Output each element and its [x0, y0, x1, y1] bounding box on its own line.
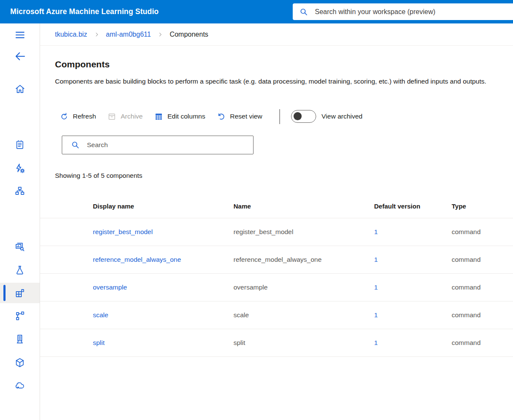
column-header-type[interactable]: Type: [452, 203, 513, 210]
table-row: split split 1 command: [40, 329, 513, 357]
table-header-row: Display name Name Default version Type: [40, 194, 513, 218]
app-window: Microsoft Azure Machine Learning Studio: [0, 0, 513, 420]
reset-view-button[interactable]: Reset view: [217, 112, 262, 121]
sidebar-item-environments[interactable]: [0, 329, 40, 349]
sidebar-item-back[interactable]: [0, 46, 40, 67]
top-bar: Microsoft Azure Machine Learning Studio: [0, 0, 513, 23]
chevron-right-icon: [94, 32, 100, 38]
component-version-link[interactable]: 1: [374, 284, 378, 291]
view-archived-label: View archived: [322, 113, 363, 120]
sidebar-item-endpoints[interactable]: [0, 375, 40, 395]
toolbar-divider: [280, 109, 280, 124]
workspace-search-input[interactable]: [314, 8, 484, 16]
search-icon: [299, 7, 308, 17]
main-content: tkubica.biz aml-am0bg611 Components Comp…: [40, 23, 513, 420]
column-header-name[interactable]: Name: [233, 203, 374, 210]
models-cube-icon: [14, 357, 25, 368]
toggle-knob: [294, 112, 302, 120]
results-summary: Showing 1-5 of 5 components: [55, 172, 142, 180]
table-row: register_best_model register_best_model …: [40, 218, 513, 246]
page-title: Components: [55, 59, 110, 70]
edit-columns-icon: [154, 112, 163, 121]
hamburger-menu-icon: [14, 29, 26, 41]
components-search-input[interactable]: [86, 141, 239, 149]
search-icon: [71, 140, 80, 150]
pipelines-icon: [14, 311, 25, 322]
breadcrumb: tkubica.biz aml-am0bg611 Components: [40, 23, 513, 46]
sidebar-item-designer[interactable]: [0, 181, 40, 201]
component-type: command: [452, 256, 513, 264]
chevron-right-icon: [157, 32, 163, 38]
components-table: Display name Name Default version Type r…: [40, 194, 513, 357]
workspace-search[interactable]: [293, 3, 513, 20]
component-type: command: [452, 284, 513, 291]
sidebar-item-notebooks[interactable]: [0, 134, 40, 155]
component-type: command: [452, 228, 513, 236]
component-type: command: [452, 339, 513, 347]
table-row: scale scale 1 command: [40, 301, 513, 329]
left-nav: [0, 23, 40, 420]
reset-view-undo-icon: [217, 112, 226, 121]
environments-icon: [14, 334, 25, 345]
sidebar-item-data[interactable]: [0, 236, 40, 257]
component-name: reference_model_always_one: [233, 256, 374, 264]
sidebar-item-automated-ml[interactable]: [0, 158, 40, 178]
jobs-flask-icon: [14, 265, 25, 275]
column-header-display-name[interactable]: Display name: [93, 203, 233, 210]
component-display-name-link[interactable]: split: [93, 339, 105, 347]
sidebar-item-models[interactable]: [0, 352, 40, 373]
component-version-link[interactable]: 1: [374, 339, 378, 347]
component-type: command: [452, 311, 513, 319]
sidebar-item-menu[interactable]: [0, 25, 40, 45]
breadcrumb-current: Components: [170, 31, 208, 38]
component-name: split: [233, 339, 374, 347]
data-icon: [14, 241, 25, 252]
column-header-default-version[interactable]: Default version: [374, 203, 452, 210]
component-name: scale: [233, 311, 374, 319]
component-version-link[interactable]: 1: [374, 228, 378, 236]
archive-icon: [107, 112, 116, 121]
refresh-button[interactable]: Refresh: [60, 112, 96, 121]
app-title: Microsoft Azure Machine Learning Studio: [10, 7, 159, 16]
component-display-name-link[interactable]: scale: [93, 311, 108, 319]
sidebar-item-jobs[interactable]: [0, 260, 40, 280]
home-icon: [14, 84, 26, 95]
component-version-link[interactable]: 1: [374, 311, 378, 319]
component-display-name-link[interactable]: oversample: [93, 284, 127, 291]
edit-columns-button[interactable]: Edit columns: [154, 112, 205, 121]
components-icon: [14, 288, 25, 298]
sidebar-item-home[interactable]: [0, 79, 40, 99]
table-row: reference_model_always_one reference_mod…: [40, 246, 513, 274]
table-row: oversample oversample 1 command: [40, 274, 513, 301]
component-name: oversample: [233, 284, 374, 291]
back-arrow-icon: [14, 50, 26, 62]
page-description: Components are basic building blocks to …: [55, 78, 513, 85]
designer-icon: [14, 186, 25, 197]
component-version-link[interactable]: 1: [374, 256, 378, 264]
component-display-name-link[interactable]: register_best_model: [93, 228, 153, 236]
automated-ml-icon: [14, 163, 25, 174]
breadcrumb-resource-link[interactable]: aml-am0bg611: [106, 31, 151, 38]
sidebar-item-components[interactable]: [0, 283, 40, 303]
sidebar-item-pipelines[interactable]: [0, 306, 40, 326]
archive-button[interactable]: Archive: [107, 112, 143, 121]
notebooks-icon: [14, 139, 25, 150]
breadcrumb-workspace-link[interactable]: tkubica.biz: [55, 31, 87, 38]
view-archived-toggle[interactable]: [291, 110, 316, 123]
command-bar: Refresh Archive Edit columns Reset view …: [60, 109, 363, 124]
endpoints-cloud-icon: [14, 380, 25, 391]
components-search[interactable]: [62, 136, 254, 154]
refresh-icon: [60, 112, 69, 121]
component-name: register_best_model: [233, 228, 374, 236]
component-display-name-link[interactable]: reference_model_always_one: [93, 256, 181, 264]
